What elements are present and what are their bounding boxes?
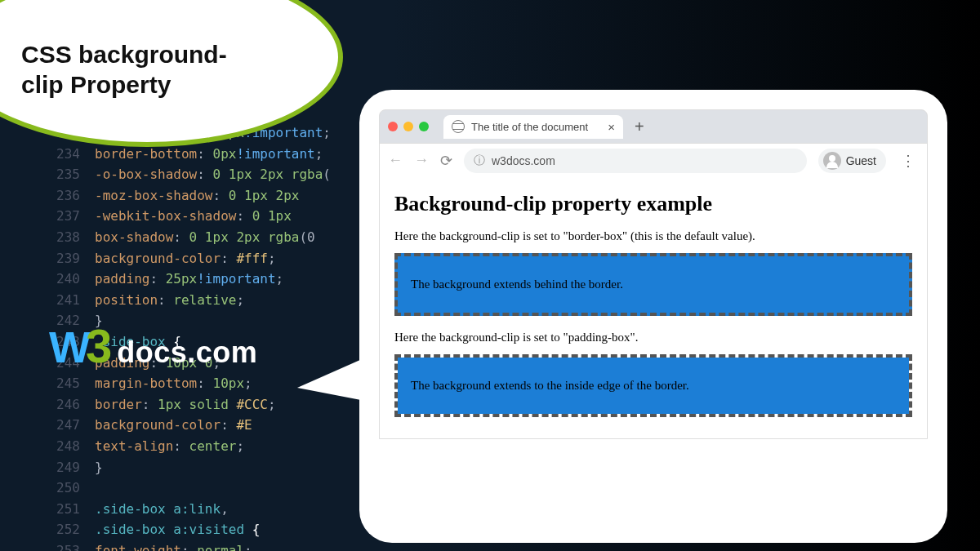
maximize-window-icon[interactable] (419, 122, 429, 131)
traffic-lights (388, 122, 429, 131)
demo-box-padding: The background extends to the inside edg… (394, 354, 912, 417)
minimize-window-icon[interactable] (403, 122, 413, 131)
tab-bar: The title of the document × + (380, 110, 927, 143)
demo-box-text: The background extends behind the border… (411, 278, 623, 291)
site-info-icon: ⓘ (474, 153, 485, 168)
back-button[interactable]: ← (388, 152, 403, 169)
address-bar[interactable]: ⓘ w3docs.com (464, 149, 807, 173)
menu-button[interactable]: ⋮ (898, 152, 919, 170)
browser-chrome: The title of the document × + ← → ⟳ ⓘ w3… (379, 109, 928, 439)
logo-text: docs.com (117, 335, 257, 370)
card-handle (947, 392, 950, 514)
browser-card: The title of the document × + ← → ⟳ ⓘ w3… (359, 90, 947, 543)
demo-box-border: The background extends behind the border… (394, 253, 912, 316)
card-handle (947, 135, 950, 257)
logo-3: 3 (86, 318, 112, 373)
demo-box-text: The background extends to the inside edg… (411, 379, 689, 392)
close-tab-icon[interactable]: × (608, 120, 615, 134)
w3docs-logo: W 3 docs.com (49, 318, 257, 373)
logo-w: W (49, 322, 89, 372)
profile-label: Guest (846, 154, 876, 167)
page-title: CSS background-clip Property (21, 39, 266, 100)
tab-title: The title of the document (471, 121, 588, 133)
new-tab-button[interactable]: + (630, 118, 649, 136)
demo-para-1: Here the background-clip is set to "bord… (394, 229, 912, 243)
globe-icon (452, 120, 465, 133)
rendered-page: Background-clip property example Here th… (380, 177, 927, 438)
browser-toolbar: ← → ⟳ ⓘ w3docs.com Guest ⋮ (380, 143, 927, 177)
profile-button[interactable]: Guest (818, 149, 886, 173)
browser-tab[interactable]: The title of the document × (443, 115, 623, 139)
reload-button[interactable]: ⟳ (440, 152, 452, 170)
avatar-icon (823, 152, 841, 170)
demo-para-2: Here the background-clip is set to "padd… (394, 331, 912, 344)
url-text: w3docs.com (492, 154, 555, 167)
forward-button[interactable]: → (414, 152, 429, 169)
close-window-icon[interactable] (388, 122, 398, 131)
demo-heading: Background-clip property example (394, 192, 912, 216)
